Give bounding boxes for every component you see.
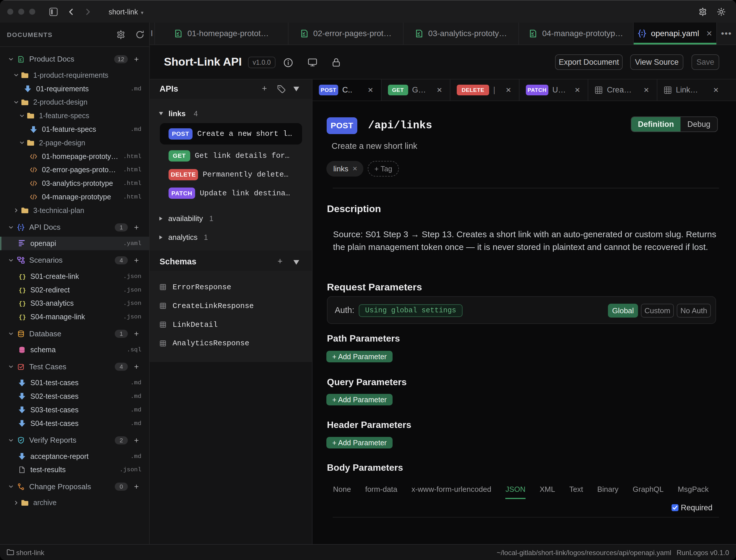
svg-text:{}: {}: [19, 273, 26, 280]
svg-text:{}: {}: [19, 287, 26, 294]
svg-text:{}: {}: [19, 300, 26, 307]
svg-text:{}: {}: [19, 314, 26, 321]
